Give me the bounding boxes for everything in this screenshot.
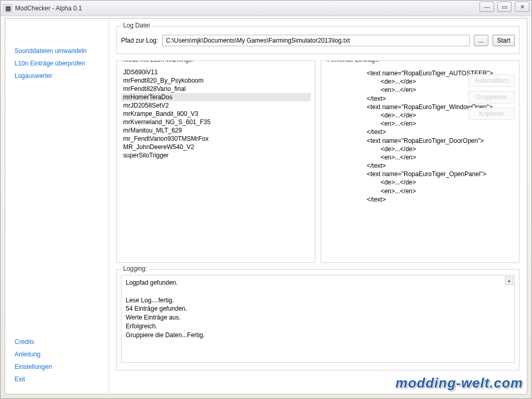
list-item[interactable]: mr_FendtVarion930TMSMrFox <box>121 135 311 143</box>
list-item[interactable]: mrKrampe_Bandit_800_V3 <box>121 110 311 118</box>
titlebar[interactable]: ▦ ModChecker - Alpha 0.1 — ▭ ✕ <box>1 1 531 16</box>
list-item[interactable]: superSiloTrigger <box>121 151 311 159</box>
log-path-row: Pfad zur Log: ... Start <box>121 35 515 46</box>
logdatei-title: Log Datei <box>121 22 152 29</box>
list-item[interactable]: mrHomerTeraDos <box>121 93 311 101</box>
logging-output[interactable]: ▲ Logpfad gefunden. Lese Log....fertig. … <box>121 275 515 363</box>
scroll-up-icon[interactable]: ▲ <box>505 276 513 285</box>
logging-text: Logpfad gefunden. Lese Log....fertig. 54… <box>126 278 510 340</box>
logging-group: Logging: ▲ Logpfad gefunden. Lese Log...… <box>116 269 520 370</box>
logdatei-group: Log Datei Pfad zur Log: ... Start <box>116 26 520 54</box>
sidebar: Sounddateien umwandeln L10n Einträge übe… <box>5 19 109 394</box>
missing-panel-title: Fehlende Einträge: <box>325 60 382 63</box>
minimize-button[interactable]: — <box>480 2 494 12</box>
list-item[interactable]: mrFendt828Vario_final <box>121 85 311 93</box>
log-path-input[interactable] <box>162 35 469 46</box>
sidebar-top: Sounddateien umwandeln L10n Einträge übe… <box>5 45 109 82</box>
window-controls: — ▭ ✕ <box>480 2 529 12</box>
close-button[interactable]: ✕ <box>515 2 529 12</box>
sidebar-item-exit[interactable]: Exit <box>5 373 109 385</box>
log-path-label: Pfad zur Log: <box>121 37 158 44</box>
mods-list[interactable]: JDS690iV11mrFendt820_By_PsykoboommrFendt… <box>121 68 311 159</box>
list-item[interactable]: mrManitou_MLT_629 <box>121 126 311 135</box>
list-item[interactable]: mrJD2058SetV2 <box>121 101 311 110</box>
browse-button[interactable]: ... <box>474 35 488 46</box>
missing-panel: Fehlende Einträge: Automatisch Gruppiere… <box>321 60 520 263</box>
logging-title: Logging: <box>121 265 149 272</box>
mid-row: Mods mit L10n Warnings: JDS690iV11mrFend… <box>116 60 520 263</box>
list-item[interactable]: JDS690iV11 <box>121 68 311 76</box>
sidebar-item-logeval[interactable]: Logauswerter <box>5 70 109 82</box>
sidebar-item-l10n[interactable]: L10n Einträge überprüfen <box>5 57 109 70</box>
start-button[interactable]: Start <box>493 35 515 46</box>
list-item[interactable]: MR_JohnDeereW540_V2 <box>121 143 311 151</box>
sidebar-bottom: Credits Anleitung Einstellungen Exit <box>5 336 109 385</box>
group-button[interactable]: Gruppieren <box>468 91 515 103</box>
list-item[interactable]: mrFendt820_By_Psykoboom <box>121 76 311 85</box>
main-panel: Log Datei Pfad zur Log: ... Start Mods m… <box>109 19 527 394</box>
sidebar-item-einstellungen[interactable]: Einstellungen <box>5 361 109 373</box>
copy-button[interactable]: Kopieren <box>468 108 515 120</box>
sidebar-item-anleitung[interactable]: Anleitung <box>5 348 109 361</box>
sidebar-item-credits[interactable]: Credits <box>5 336 109 348</box>
sidebar-item-sound[interactable]: Sounddateien umwandeln <box>5 45 109 57</box>
window-title: ModChecker - Alpha 0.1 <box>15 5 82 12</box>
client-area: Sounddateien umwandeln L10n Einträge übe… <box>5 18 527 394</box>
maximize-button[interactable]: ▭ <box>497 2 512 12</box>
mods-panel: Mods mit L10n Warnings: JDS690iV11mrFend… <box>116 60 315 263</box>
auto-button[interactable]: Automatisch <box>468 74 515 87</box>
mods-panel-title: Mods mit L10n Warnings: <box>121 60 196 63</box>
app-icon: ▦ <box>4 4 12 12</box>
list-item[interactable]: mrKverneland_NG_S_601_F35 <box>121 118 311 126</box>
app-window: ▦ ModChecker - Alpha 0.1 — ▭ ✕ Sounddate… <box>0 0 532 399</box>
missing-panel-actions: Automatisch Gruppieren Kopieren <box>468 74 515 120</box>
